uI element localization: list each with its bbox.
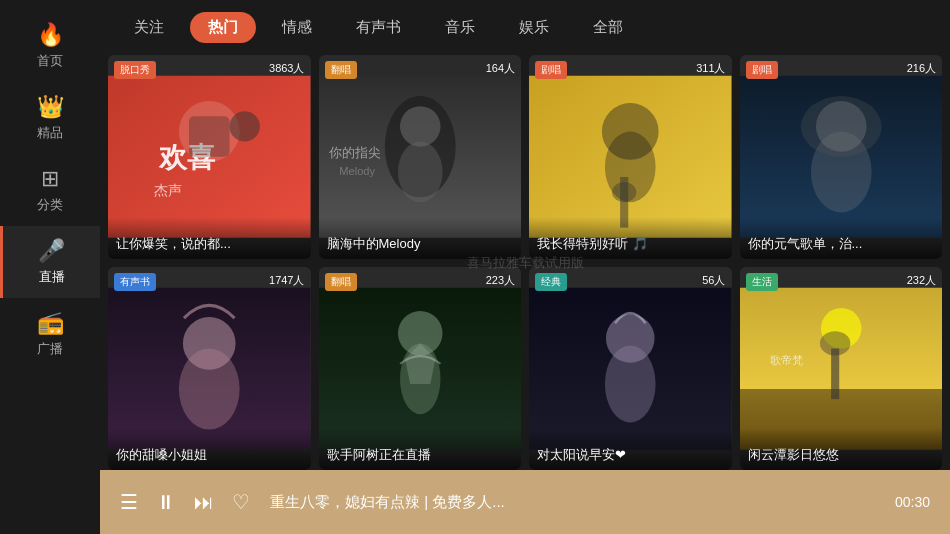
- tab-entertainment[interactable]: 娱乐: [501, 12, 567, 43]
- sidebar-label-radio: 广播: [37, 340, 63, 358]
- card-badge-3: 剧唱: [535, 61, 567, 79]
- card-badge-2: 翻唱: [325, 61, 357, 79]
- tab-follow[interactable]: 关注: [116, 12, 182, 43]
- player-controls: ☰ ⏸ ⏭ ♡: [120, 490, 250, 514]
- tab-all[interactable]: 全部: [575, 12, 641, 43]
- sidebar-label-home: 首页: [37, 52, 63, 70]
- svg-point-33: [819, 331, 849, 355]
- svg-point-16: [612, 182, 636, 202]
- card-title-6: 歌手阿树正在直播: [319, 428, 522, 470]
- card-title-3: 我长得特别好听 🎵: [529, 217, 732, 259]
- card-count-6: 223人: [486, 273, 515, 288]
- card-count-5: 1747人: [269, 273, 304, 288]
- svg-text:Melody: Melody: [339, 165, 375, 177]
- heart-button[interactable]: ♡: [232, 490, 250, 514]
- sidebar-icon-category: ⊞: [41, 166, 59, 192]
- live-card-6[interactable]: 翻唱 223人 歌手阿树正在直播: [319, 267, 522, 471]
- sidebar-icon-home: 🔥: [37, 22, 64, 48]
- card-title-8: 闲云潭影日悠悠: [740, 428, 943, 470]
- sidebar-item-live[interactable]: 🎤直播: [0, 226, 100, 298]
- live-grid-area: 喜马拉雅车载试用版 欢喜 杰声 脱口秀 3863人 让你爆笑，说的都... 你的…: [100, 55, 950, 470]
- svg-rect-5: [189, 116, 230, 157]
- sidebar-label-category: 分类: [37, 196, 63, 214]
- sidebar: 🔥首页👑精品⊞分类🎤直播📻广播: [0, 0, 100, 534]
- tab-music[interactable]: 音乐: [427, 12, 493, 43]
- live-card-1[interactable]: 欢喜 杰声 脱口秀 3863人 让你爆笑，说的都...: [108, 55, 311, 259]
- tab-emotion[interactable]: 情感: [264, 12, 330, 43]
- player-time: 00:30: [895, 494, 930, 510]
- card-count-7: 56人: [702, 273, 725, 288]
- card-title-5: 你的甜嗓小姐姐: [108, 428, 311, 470]
- sidebar-item-radio[interactable]: 📻广播: [0, 298, 100, 370]
- svg-point-28: [605, 345, 656, 422]
- card-count-4: 216人: [907, 61, 936, 76]
- sidebar-icon-live: 🎤: [38, 238, 65, 264]
- card-count-2: 164人: [486, 61, 515, 76]
- svg-text:歌帝梵: 歌帝梵: [770, 353, 803, 365]
- sidebar-item-category[interactable]: ⊞分类: [0, 154, 100, 226]
- svg-rect-32: [831, 348, 839, 399]
- next-button[interactable]: ⏭: [194, 491, 214, 514]
- main-content: 关注热门情感有声书音乐娱乐全部 喜马拉雅车载试用版 欢喜 杰声 脱口秀 3863…: [100, 0, 950, 534]
- card-title-4: 你的元气歌单，治...: [740, 217, 943, 259]
- sidebar-label-live: 直播: [39, 268, 65, 286]
- live-card-2[interactable]: 你的指尖 Melody 翻唱 164人 脑海中的Melody: [319, 55, 522, 259]
- sidebar-icon-premium: 👑: [37, 94, 64, 120]
- card-badge-6: 翻唱: [325, 273, 357, 291]
- card-badge-1: 脱口秀: [114, 61, 156, 79]
- player-bar: ☰ ⏸ ⏭ ♡ 重生八零，媳妇有点辣 | 免费多人... 00:30: [100, 470, 950, 534]
- card-title-7: 对太阳说早安❤: [529, 428, 732, 470]
- svg-point-11: [397, 142, 442, 203]
- live-card-5[interactable]: 有声书 1747人 你的甜嗓小姐姐: [108, 267, 311, 471]
- svg-text:你的指尖: 你的指尖: [328, 145, 381, 160]
- card-count-1: 3863人: [269, 61, 304, 76]
- svg-text:杰声: 杰声: [154, 182, 182, 198]
- card-badge-8: 生活: [746, 273, 778, 291]
- card-badge-4: 剧唱: [746, 61, 778, 79]
- sidebar-item-home[interactable]: 🔥首页: [0, 10, 100, 82]
- card-count-3: 311人: [696, 61, 725, 76]
- menu-button[interactable]: ☰: [120, 490, 138, 514]
- live-grid: 欢喜 杰声 脱口秀 3863人 让你爆笑，说的都... 你的指尖 Melody …: [108, 55, 942, 470]
- sidebar-item-premium[interactable]: 👑精品: [0, 82, 100, 154]
- svg-point-4: [230, 111, 260, 141]
- card-title-1: 让你爆笑，说的都...: [108, 217, 311, 259]
- live-card-3[interactable]: 剧唱 311人 我长得特别好听 🎵: [529, 55, 732, 259]
- svg-point-10: [400, 106, 441, 147]
- live-card-8[interactable]: 歌帝梵 生活 232人 闲云潭影日悠悠: [740, 267, 943, 471]
- live-card-7[interactable]: 经典 56人 对太阳说早安❤: [529, 267, 732, 471]
- tab-hot[interactable]: 热门: [190, 12, 256, 43]
- card-badge-5: 有声书: [114, 273, 156, 291]
- sidebar-icon-radio: 📻: [37, 310, 64, 336]
- player-title: 重生八零，媳妇有点辣 | 免费多人...: [270, 493, 875, 512]
- card-count-8: 232人: [907, 273, 936, 288]
- card-badge-7: 经典: [535, 273, 567, 291]
- live-card-4[interactable]: 剧唱 216人 你的元气歌单，治...: [740, 55, 943, 259]
- tab-audiobook[interactable]: 有声书: [338, 12, 419, 43]
- pause-button[interactable]: ⏸: [156, 491, 176, 514]
- sidebar-label-premium: 精品: [37, 124, 63, 142]
- svg-point-22: [179, 348, 240, 429]
- card-title-2: 脑海中的Melody: [319, 217, 522, 259]
- tabs-bar: 关注热门情感有声书音乐娱乐全部: [100, 0, 950, 55]
